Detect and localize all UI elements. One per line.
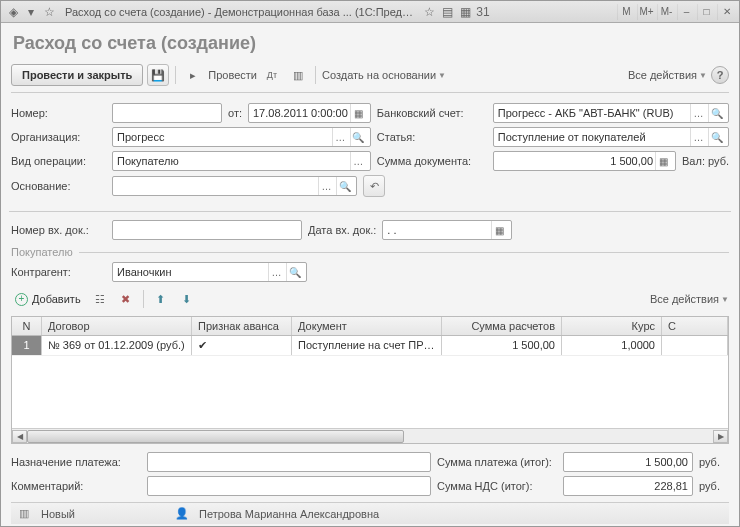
bank-account-label: Банковский счет: — [377, 107, 487, 119]
chevron-down-icon: ▼ — [438, 71, 446, 80]
mem-m-button[interactable]: M — [617, 4, 635, 20]
col-dogovor[interactable]: Договор — [42, 317, 192, 335]
select-icon[interactable]: … — [690, 128, 706, 146]
doc-status: Новый — [41, 508, 75, 520]
search-icon[interactable]: 🔍 — [708, 104, 724, 122]
all-actions-label: Все действия — [628, 69, 697, 81]
table-row[interactable]: 1 № 369 от 01.12.2009 (руб.) ✔ Поступлен… — [12, 336, 728, 356]
cell-kurs: 1,0000 — [562, 336, 662, 355]
calendar-icon[interactable]: 31 — [475, 4, 491, 20]
search-icon[interactable]: 🔍 — [286, 263, 302, 281]
mem-mplus-button[interactable]: M+ — [637, 4, 655, 20]
save-icon[interactable]: 💾 — [147, 64, 169, 86]
scroll-track[interactable] — [27, 430, 713, 443]
vat-input[interactable]: 228,81 — [563, 476, 693, 496]
print-icon[interactable]: ▥ — [287, 64, 309, 86]
article-label: Статья: — [377, 131, 487, 143]
article-input[interactable]: Поступление от покупателей … 🔍 — [493, 127, 729, 147]
move-down-icon[interactable]: ⬇ — [176, 288, 198, 310]
form-main: Номер: от: 17.08.2011 0:00:00 ▦ Банковск… — [11, 97, 729, 203]
comment-input[interactable] — [147, 476, 431, 496]
calc-icon[interactable]: ▦ — [655, 152, 671, 170]
org-input[interactable]: Прогресс … 🔍 — [112, 127, 371, 147]
in-date-input[interactable]: . . ▦ — [382, 220, 512, 240]
select-icon[interactable]: … — [332, 128, 348, 146]
minimize-button[interactable]: – — [677, 4, 695, 20]
all-actions-button[interactable]: Все действия ▼ — [628, 69, 707, 81]
incoming-doc-row: Номер вх. док.: Дата вх. док.: . . ▦ — [11, 220, 729, 240]
close-button[interactable]: ✕ — [717, 4, 735, 20]
app-icon: ◈ — [5, 4, 21, 20]
in-date-label: Дата вх. док.: — [308, 224, 376, 236]
post-icon[interactable]: ▸ — [182, 64, 204, 86]
maximize-button[interactable]: □ — [697, 4, 715, 20]
chevron-down-icon: ▼ — [721, 295, 729, 304]
doc-sum-input[interactable]: 1 500,00 ▦ — [493, 151, 676, 171]
dtkt-icon[interactable]: Дт — [261, 64, 283, 86]
table-toolbar: + Добавить ☷ ✖ ⬆ ⬇ Все действия ▼ — [11, 286, 729, 312]
search-icon[interactable]: 🔍 — [336, 177, 352, 195]
window-title: Расход со счета (создание) - Демонстраци… — [59, 6, 419, 18]
content-area: Расход со счета (создание) Провести и за… — [1, 23, 739, 526]
bank-account-input[interactable]: Прогресс - АКБ "АВТ-БАНК" (RUB) … 🔍 — [493, 103, 729, 123]
calendar-icon[interactable]: ▦ — [491, 221, 507, 239]
col-kurs[interactable]: Курс — [562, 317, 662, 335]
status-bar: ▥ Новый 👤 Петрова Марианна Александровна — [11, 502, 729, 524]
cell-n: 1 — [12, 336, 42, 355]
sum-payment-label: Сумма платежа (итог): — [437, 456, 557, 468]
select-icon[interactable]: … — [318, 177, 334, 195]
select-icon[interactable]: … — [690, 104, 706, 122]
post-button[interactable]: Провести — [208, 69, 257, 81]
mem-mminus-button[interactable]: M- — [657, 4, 675, 20]
in-num-input[interactable] — [112, 220, 302, 240]
calc-icon[interactable]: ▦ — [457, 4, 473, 20]
table-all-actions-button[interactable]: Все действия ▼ — [650, 293, 729, 305]
vat-label: Сумма НДС (итог): — [437, 480, 557, 492]
h-scrollbar[interactable]: ◀ ▶ — [12, 428, 728, 443]
operation-type-label: Вид операции: — [11, 155, 106, 167]
dropdown-icon[interactable]: ▾ — [23, 4, 39, 20]
favorite-icon[interactable]: ☆ — [421, 4, 437, 20]
user-name: Петрова Марианна Александровна — [199, 508, 379, 520]
scroll-thumb[interactable] — [27, 430, 404, 443]
cell-dogovor: № 369 от 01.12.2009 (руб.) — [42, 336, 192, 355]
doc-icon[interactable]: ▤ — [439, 4, 455, 20]
col-avans[interactable]: Признак аванса — [192, 317, 292, 335]
star-icon[interactable]: ☆ — [41, 4, 57, 20]
copy-row-icon[interactable]: ☷ — [89, 288, 111, 310]
col-sum[interactable]: Сумма расчетов — [442, 317, 562, 335]
plus-icon: + — [15, 293, 28, 306]
org-label: Организация: — [11, 131, 106, 143]
col-rest[interactable]: С — [662, 317, 728, 335]
doc-status-icon: ▥ — [17, 507, 31, 521]
purpose-label: Назначение платежа: — [11, 456, 141, 468]
from-label: от: — [228, 107, 242, 119]
create-based-on-label: Создать на основании — [322, 69, 436, 81]
add-label: Добавить — [32, 293, 81, 305]
scroll-left-icon[interactable]: ◀ — [12, 430, 27, 443]
basis-input[interactable]: … 🔍 — [112, 176, 357, 196]
undo-icon[interactable]: ↶ — [363, 175, 385, 197]
purpose-input[interactable] — [147, 452, 431, 472]
buyer-section-title: Покупателю — [11, 246, 729, 258]
sum-payment-input[interactable]: 1 500,00 — [563, 452, 693, 472]
post-and-close-button[interactable]: Провести и закрыть — [11, 64, 143, 86]
doc-sum-label: Сумма документа: — [377, 155, 487, 167]
select-icon[interactable]: … — [350, 152, 366, 170]
date-input[interactable]: 17.08.2011 0:00:00 ▦ — [248, 103, 371, 123]
col-n[interactable]: N — [12, 317, 42, 335]
create-based-on-button[interactable]: Создать на основании ▼ — [322, 69, 446, 81]
number-input[interactable] — [112, 103, 222, 123]
calendar-icon[interactable]: ▦ — [350, 104, 366, 122]
delete-row-icon[interactable]: ✖ — [115, 288, 137, 310]
counterparty-input[interactable]: Иваночкин … 🔍 — [112, 262, 307, 282]
select-icon[interactable]: … — [268, 263, 284, 281]
col-doc[interactable]: Документ — [292, 317, 442, 335]
search-icon[interactable]: 🔍 — [350, 128, 366, 146]
search-icon[interactable]: 🔍 — [708, 128, 724, 146]
scroll-right-icon[interactable]: ▶ — [713, 430, 728, 443]
add-row-button[interactable]: + Добавить — [11, 289, 85, 309]
help-button[interactable]: ? — [711, 66, 729, 84]
operation-type-input[interactable]: Покупателю … — [112, 151, 371, 171]
move-up-icon[interactable]: ⬆ — [150, 288, 172, 310]
